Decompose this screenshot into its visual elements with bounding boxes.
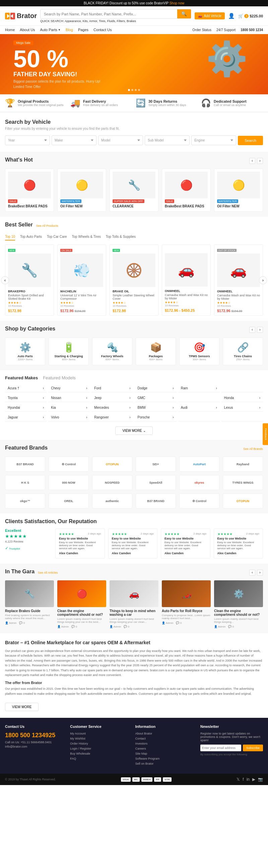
footer-careers[interactable]: Careers — [135, 747, 194, 750]
year-select[interactable]: Year — [5, 135, 50, 145]
cat-auto-parts[interactable]: ⚙️ Auto Parts 1200+ Items — [5, 338, 45, 365]
nav-pages[interactable]: Pages — [78, 28, 88, 32]
social-linkedin[interactable]: in — [246, 777, 249, 782]
article-3[interactable]: 🚗 Things to keep in mind when washing a … — [110, 580, 158, 628]
footer-wholesale[interactable]: Buy Wholesale — [70, 752, 128, 755]
make-porsche[interactable]: Porsche› — [135, 413, 176, 422]
brand-9[interactable]: NOSPEED — [92, 475, 132, 490]
social-twitter[interactable]: 𝕏 — [237, 777, 240, 782]
nav-auto-parts[interactable]: Auto Parts ▼ — [40, 28, 61, 32]
see-all-brands-link[interactable]: See All Brands — [243, 447, 263, 451]
make-mercedes[interactable]: Mercedes› — [91, 404, 133, 412]
featured-models-tab[interactable]: Featured Models — [43, 375, 76, 380]
make-chevy[interactable]: Chevy› — [48, 384, 90, 392]
hot-product-1[interactable]: 🔴 SALE BrakeBest BRAKE PADS — [5, 168, 54, 212]
cat-tpms[interactable]: 🎯 TPMS Sensors 300+ Items — [179, 338, 219, 365]
subscribe-button[interactable]: Subscribe — [243, 745, 263, 751]
tab-top10[interactable]: Top 10 — [5, 234, 15, 241]
footer-order-history[interactable]: Order History — [70, 742, 128, 745]
nav-blog[interactable]: Blog — [66, 28, 73, 32]
featured-makes-tab[interactable]: Featured Makes — [5, 375, 38, 380]
footer-software[interactable]: Software Program — [135, 757, 194, 760]
make-dodge[interactable]: Dodge› — [135, 384, 176, 392]
brand-8[interactable]: 000 NOW — [49, 475, 89, 490]
bs-product-2[interactable]: ON SALE 💨 MACHELIN Universal 12 V Mini T… — [57, 245, 106, 316]
cat-next[interactable]: › — [257, 327, 263, 333]
whats-hot-prev[interactable]: ‹ — [249, 158, 255, 164]
brand-7[interactable]: H K S — [5, 475, 45, 490]
footer-investors[interactable]: Investors — [135, 742, 194, 745]
brand-10[interactable]: SpeedAll — [136, 475, 176, 490]
submodel-select[interactable]: Sub Model — [145, 135, 190, 145]
brand-13[interactable]: okgo™ — [5, 493, 45, 508]
cat-prev[interactable]: ‹ — [249, 327, 255, 333]
see-all-articles-link[interactable]: See All Articles — [38, 571, 58, 574]
garage-next[interactable]: › — [257, 570, 263, 576]
cart[interactable]: 🛒 3 $225.00 — [238, 14, 263, 19]
hot-product-4[interactable]: 🔴 SALE BrakeBest BRAKE PADS — [162, 168, 211, 212]
make-bmw[interactable]: BMW› — [135, 404, 176, 412]
brand-12[interactable]: TYRES WINGS — [223, 475, 263, 490]
newsletter-email-input[interactable] — [200, 745, 241, 751]
footer-faq[interactable]: FAQ — [70, 757, 128, 760]
footer-sell[interactable]: Sell on Brator — [135, 762, 194, 765]
tab-auto-parts[interactable]: Top Auto Parts — [20, 234, 42, 241]
dot-3[interactable] — [135, 89, 137, 91]
footer-contact-link[interactable]: Contact — [135, 737, 194, 740]
make-hyundai[interactable]: Hyundai› — [5, 404, 47, 412]
order-status[interactable]: Order Status — [192, 28, 211, 32]
nav-contact[interactable]: Contact Us — [93, 28, 112, 32]
make-acura[interactable]: Acura †› — [5, 384, 47, 392]
bs-product-5[interactable]: OUT OF STOCK 🚗 ONWHEEL Carnauba Wash and… — [214, 245, 263, 316]
bs-next-button[interactable]: › — [259, 276, 267, 284]
bs-product-1[interactable]: NEW 🔧 BRAKEPRO Evolution Sport Drilled a… — [5, 245, 54, 316]
make-select[interactable]: Make — [52, 135, 97, 145]
garage-prev[interactable]: ‹ — [249, 570, 255, 576]
user-icon[interactable]: 👤 — [228, 13, 235, 19]
footer-phone[interactable]: 1800 500 1234925 — [5, 732, 63, 739]
tab-wheels[interactable]: Top Wheels & Tires — [72, 234, 101, 241]
make-volvo[interactable]: Volvo› — [48, 413, 90, 422]
social-instagram[interactable]: 📷 — [258, 777, 263, 782]
nav-home[interactable]: Home — [5, 28, 15, 32]
article-1[interactable]: 🔧 Replace Brakes Guide Find braking syst… — [5, 580, 54, 628]
view-more-button[interactable]: VIEW MORE ⌄ — [115, 427, 153, 435]
make-toyota[interactable]: Toyota› — [5, 394, 47, 402]
brand-18[interactable]: OTOPUN — [223, 493, 263, 508]
brand-4[interactable]: SEI+ — [136, 457, 176, 472]
hot-product-2[interactable]: 🟡 WATERFILTER Oil Filter NEW — [57, 168, 106, 212]
logo[interactable]: Brator — [5, 12, 37, 20]
search-button[interactable]: 🔍 — [177, 9, 191, 19]
search-input[interactable] — [41, 9, 177, 19]
bs-prev-button[interactable]: ‹ — [1, 276, 9, 284]
add-vehicle-button[interactable]: 🚗 Add Vehicle — [195, 12, 225, 20]
brand-2[interactable]: ⚙ Control — [49, 457, 89, 472]
tab-tools[interactable]: Top Tolls & Supplies — [106, 234, 136, 241]
make-lexus[interactable]: Lexus› — [221, 404, 263, 412]
view-more-about-button[interactable]: VIEW MORE — [5, 703, 38, 711]
make-rangover[interactable]: Rangover› — [91, 413, 133, 422]
dot-1[interactable] — [128, 89, 130, 91]
hot-product-5[interactable]: 🟡 WATERFILTER Oil Filter NEW — [214, 168, 263, 212]
whats-hot-next[interactable]: › — [257, 158, 263, 164]
side-indicator[interactable]: Feedback — [263, 423, 268, 445]
article-2[interactable]: 🔴 Clean the engine compartment should or… — [57, 580, 106, 628]
brand-1[interactable]: B37 BRAND — [5, 457, 45, 472]
brand-5[interactable]: AutoPart — [179, 457, 219, 472]
make-nissan[interactable]: Nissan› — [48, 394, 90, 402]
dot-2[interactable] — [131, 89, 133, 91]
dot-4[interactable] — [138, 89, 140, 91]
cat-wheels[interactable]: 🔩 Factory Wheels 600+ Items — [92, 338, 132, 365]
article-4[interactable]: 🏎️ Auto Parts for Roll Royce Company to … — [162, 580, 211, 628]
bs-product-3[interactable]: NEW 🛞 BRAKE OIL Simple Leather Steering … — [110, 245, 158, 316]
footer-wishlist[interactable]: My Wishlist — [70, 737, 128, 740]
make-jaguar[interactable]: Jaguar› — [5, 413, 47, 422]
cat-packages[interactable]: 📦 Packages 400+ Items — [136, 338, 176, 365]
brand-16[interactable]: B37 BRAND — [136, 493, 176, 508]
brand-3[interactable]: OTOPUN — [92, 457, 132, 472]
footer-my-account[interactable]: My Account — [70, 732, 128, 735]
make-kia[interactable]: Kia› — [48, 404, 90, 412]
cat-chains[interactable]: 🔗 Tires Chains 250+ Items — [223, 338, 263, 365]
make-honda[interactable]: Honda› — [221, 394, 263, 402]
footer-login[interactable]: Login / Register — [70, 747, 128, 750]
